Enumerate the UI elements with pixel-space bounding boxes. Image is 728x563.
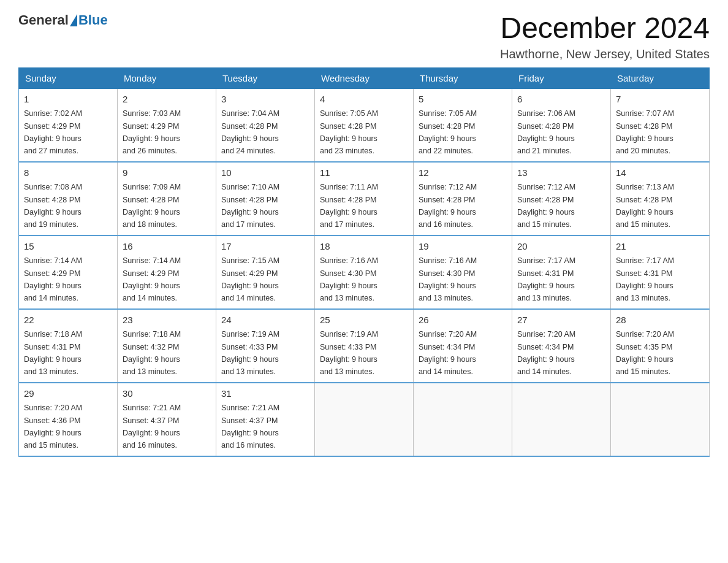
calendar-week-row: 15 Sunrise: 7:14 AMSunset: 4:29 PMDaylig…: [19, 236, 710, 309]
calendar-day-cell: 31 Sunrise: 7:21 AMSunset: 4:37 PMDaylig…: [216, 383, 315, 456]
calendar-week-row: 29 Sunrise: 7:20 AMSunset: 4:36 PMDaylig…: [19, 383, 710, 456]
day-info: Sunrise: 7:14 AMSunset: 4:29 PMDaylight:…: [123, 256, 181, 302]
calendar-day-cell: 22 Sunrise: 7:18 AMSunset: 4:31 PMDaylig…: [19, 309, 118, 383]
day-number: 30: [123, 387, 211, 401]
day-number: 8: [24, 166, 112, 180]
day-number: 29: [24, 387, 112, 401]
day-number: 14: [616, 166, 704, 180]
day-info: Sunrise: 7:05 AMSunset: 4:28 PMDaylight:…: [419, 109, 477, 155]
day-number: 28: [616, 313, 704, 327]
day-number: 9: [123, 166, 211, 180]
calendar-day-cell: 3 Sunrise: 7:04 AMSunset: 4:28 PMDayligh…: [216, 88, 315, 162]
day-info: Sunrise: 7:10 AMSunset: 4:28 PMDaylight:…: [221, 183, 279, 229]
day-info: Sunrise: 7:02 AMSunset: 4:29 PMDaylight:…: [24, 109, 82, 155]
calendar-day-cell: 6 Sunrise: 7:06 AMSunset: 4:28 PMDayligh…: [512, 88, 611, 162]
logo-general-text: General: [18, 12, 69, 28]
day-number: 12: [419, 166, 507, 180]
day-number: 22: [24, 313, 112, 327]
day-info: Sunrise: 7:20 AMSunset: 4:34 PMDaylight:…: [419, 330, 477, 376]
weekday-header-saturday: Saturday: [611, 67, 710, 88]
calendar-day-cell: [512, 383, 611, 456]
calendar-week-row: 1 Sunrise: 7:02 AMSunset: 4:29 PMDayligh…: [19, 88, 710, 162]
title-area: December 2024 Hawthorne, New Jersey, Uni…: [500, 12, 710, 61]
calendar-day-cell: 12 Sunrise: 7:12 AMSunset: 4:28 PMDaylig…: [414, 162, 512, 236]
day-number: 26: [419, 313, 507, 327]
day-number: 31: [221, 387, 309, 401]
day-number: 2: [123, 93, 211, 107]
day-info: Sunrise: 7:13 AMSunset: 4:28 PMDaylight:…: [616, 183, 674, 229]
calendar-day-cell: 14 Sunrise: 7:13 AMSunset: 4:28 PMDaylig…: [611, 162, 710, 236]
day-info: Sunrise: 7:15 AMSunset: 4:29 PMDaylight:…: [221, 256, 279, 302]
logo-blue-text: Blue: [78, 12, 108, 28]
day-number: 17: [221, 240, 309, 254]
calendar-week-row: 8 Sunrise: 7:08 AMSunset: 4:28 PMDayligh…: [19, 162, 710, 236]
day-number: 6: [517, 93, 605, 107]
calendar-day-cell: 11 Sunrise: 7:11 AMSunset: 4:28 PMDaylig…: [315, 162, 414, 236]
day-number: 5: [419, 93, 507, 107]
calendar-day-cell: 21 Sunrise: 7:17 AMSunset: 4:31 PMDaylig…: [611, 236, 710, 309]
calendar-day-cell: 1 Sunrise: 7:02 AMSunset: 4:29 PMDayligh…: [19, 88, 118, 162]
calendar-day-cell: 15 Sunrise: 7:14 AMSunset: 4:29 PMDaylig…: [19, 236, 118, 309]
day-info: Sunrise: 7:12 AMSunset: 4:28 PMDaylight:…: [517, 183, 575, 229]
day-number: 25: [320, 313, 408, 327]
calendar-day-cell: 7 Sunrise: 7:07 AMSunset: 4:28 PMDayligh…: [611, 88, 710, 162]
day-number: 18: [320, 240, 408, 254]
weekday-header-sunday: Sunday: [19, 67, 118, 88]
location-title: Hawthorne, New Jersey, United States: [500, 47, 710, 61]
weekday-header-friday: Friday: [512, 67, 611, 88]
day-info: Sunrise: 7:14 AMSunset: 4:29 PMDaylight:…: [24, 256, 82, 302]
day-info: Sunrise: 7:20 AMSunset: 4:35 PMDaylight:…: [616, 330, 674, 376]
day-info: Sunrise: 7:19 AMSunset: 4:33 PMDaylight:…: [221, 330, 279, 376]
calendar-day-cell: 10 Sunrise: 7:10 AMSunset: 4:28 PMDaylig…: [216, 162, 315, 236]
day-info: Sunrise: 7:21 AMSunset: 4:37 PMDaylight:…: [123, 404, 181, 450]
day-info: Sunrise: 7:05 AMSunset: 4:28 PMDaylight:…: [320, 109, 378, 155]
calendar-day-cell: 23 Sunrise: 7:18 AMSunset: 4:32 PMDaylig…: [118, 309, 216, 383]
calendar-week-row: 22 Sunrise: 7:18 AMSunset: 4:31 PMDaylig…: [19, 309, 710, 383]
calendar-day-cell: 28 Sunrise: 7:20 AMSunset: 4:35 PMDaylig…: [611, 309, 710, 383]
day-number: 27: [517, 313, 605, 327]
day-info: Sunrise: 7:17 AMSunset: 4:31 PMDaylight:…: [517, 256, 575, 302]
calendar-day-cell: 25 Sunrise: 7:19 AMSunset: 4:33 PMDaylig…: [315, 309, 414, 383]
day-number: 15: [24, 240, 112, 254]
calendar-day-cell: 18 Sunrise: 7:16 AMSunset: 4:30 PMDaylig…: [315, 236, 414, 309]
day-info: Sunrise: 7:18 AMSunset: 4:32 PMDaylight:…: [123, 330, 181, 376]
day-number: 19: [419, 240, 507, 254]
day-info: Sunrise: 7:08 AMSunset: 4:28 PMDaylight:…: [24, 183, 82, 229]
calendar-day-cell: 27 Sunrise: 7:20 AMSunset: 4:34 PMDaylig…: [512, 309, 611, 383]
logo: General Blue: [18, 12, 108, 28]
calendar-day-cell: 30 Sunrise: 7:21 AMSunset: 4:37 PMDaylig…: [118, 383, 216, 456]
calendar-day-cell: 24 Sunrise: 7:19 AMSunset: 4:33 PMDaylig…: [216, 309, 315, 383]
calendar-day-cell: 16 Sunrise: 7:14 AMSunset: 4:29 PMDaylig…: [118, 236, 216, 309]
day-info: Sunrise: 7:20 AMSunset: 4:34 PMDaylight:…: [517, 330, 575, 376]
day-number: 20: [517, 240, 605, 254]
day-number: 1: [24, 93, 112, 107]
day-info: Sunrise: 7:07 AMSunset: 4:28 PMDaylight:…: [616, 109, 674, 155]
calendar-day-cell: 17 Sunrise: 7:15 AMSunset: 4:29 PMDaylig…: [216, 236, 315, 309]
day-info: Sunrise: 7:09 AMSunset: 4:28 PMDaylight:…: [123, 183, 181, 229]
day-number: 16: [123, 240, 211, 254]
calendar-day-cell: 26 Sunrise: 7:20 AMSunset: 4:34 PMDaylig…: [414, 309, 512, 383]
calendar-day-cell: 4 Sunrise: 7:05 AMSunset: 4:28 PMDayligh…: [315, 88, 414, 162]
weekday-header-tuesday: Tuesday: [216, 67, 315, 88]
weekday-header-wednesday: Wednesday: [315, 67, 414, 88]
day-number: 7: [616, 93, 704, 107]
calendar-day-cell: 5 Sunrise: 7:05 AMSunset: 4:28 PMDayligh…: [414, 88, 512, 162]
day-info: Sunrise: 7:20 AMSunset: 4:36 PMDaylight:…: [24, 404, 82, 450]
day-info: Sunrise: 7:21 AMSunset: 4:37 PMDaylight:…: [221, 404, 279, 450]
month-title: December 2024: [500, 12, 710, 45]
day-number: 4: [320, 93, 408, 107]
page-header: General Blue December 2024 Hawthorne, Ne…: [18, 12, 710, 61]
day-number: 10: [221, 166, 309, 180]
logo-triangle-icon: [70, 14, 77, 26]
day-number: 21: [616, 240, 704, 254]
weekday-header-row: SundayMondayTuesdayWednesdayThursdayFrid…: [19, 67, 710, 88]
day-number: 24: [221, 313, 309, 327]
day-info: Sunrise: 7:03 AMSunset: 4:29 PMDaylight:…: [123, 109, 181, 155]
calendar-day-cell: [611, 383, 710, 456]
weekday-header-monday: Monday: [118, 67, 216, 88]
day-number: 3: [221, 93, 309, 107]
calendar-day-cell: 19 Sunrise: 7:16 AMSunset: 4:30 PMDaylig…: [414, 236, 512, 309]
calendar-day-cell: 29 Sunrise: 7:20 AMSunset: 4:36 PMDaylig…: [19, 383, 118, 456]
day-info: Sunrise: 7:04 AMSunset: 4:28 PMDaylight:…: [221, 109, 279, 155]
day-number: 11: [320, 166, 408, 180]
